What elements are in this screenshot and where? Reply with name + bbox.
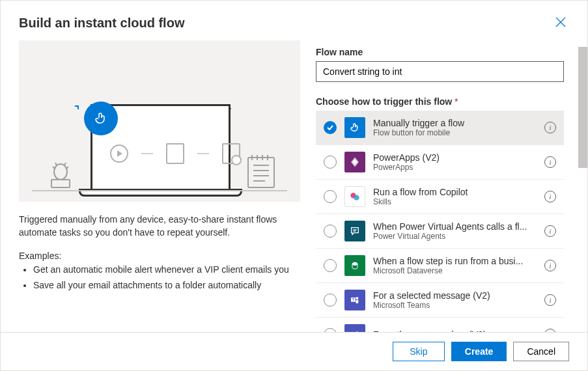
radio-icon [324, 294, 337, 307]
trigger-teams-message[interactable]: T For a selected message (V2)Microsoft T… [316, 282, 564, 317]
trigger-sub: PowerApps [373, 163, 537, 172]
instant-flow-dialog: Build an instant cloud flow [0, 0, 588, 371]
trigger-name: Run a flow from Copilot [373, 187, 537, 197]
dialog-footer: Skip Create Cancel [1, 332, 587, 370]
trigger-teams-compose[interactable]: From the compose box (V2) i [316, 317, 564, 332]
close-button[interactable] [552, 14, 569, 33]
svg-point-25 [356, 331, 358, 332]
examples-label: Examples: [19, 251, 300, 261]
info-icon[interactable]: i [544, 260, 556, 271]
info-icon[interactable]: i [544, 329, 556, 332]
example-item: Get an automatic mobile alert whenever a… [33, 264, 300, 277]
examples-list: Get an automatic mobile alert whenever a… [19, 264, 300, 292]
trigger-sub: Microsoft Dataverse [373, 266, 537, 275]
info-icon[interactable]: i [544, 122, 556, 133]
info-icon[interactable]: i [544, 156, 556, 168]
trigger-name: From the compose box (V2) [373, 329, 537, 332]
trigger-sub: Power Virtual Agents [373, 232, 537, 241]
teams-icon [344, 324, 365, 332]
chat-icon [344, 221, 365, 241]
tap-icon [84, 102, 118, 135]
example-item: Save all your email attachments to a fol… [33, 279, 300, 292]
notepad-icon [245, 152, 277, 190]
dialog-title: Build an instant cloud flow [19, 16, 184, 31]
right-panel: Flow name Choose how to trigger this flo… [316, 40, 569, 332]
teams-icon: T [344, 290, 365, 310]
trigger-powerapps[interactable]: PowerApps (V2)PowerApps i [316, 144, 564, 179]
svg-rect-8 [248, 158, 274, 187]
info-icon[interactable]: i [544, 294, 556, 306]
trigger-list[interactable]: Manually trigger a flowFlow button for m… [316, 111, 564, 332]
description-text: Triggered manually from any device, easy… [19, 213, 300, 239]
svg-point-23 [356, 297, 358, 299]
flow-illustration [19, 40, 300, 202]
scrollbar[interactable] [578, 47, 587, 168]
flow-name-input[interactable] [316, 61, 564, 82]
trigger-name: When a flow step is run from a busi... [373, 256, 537, 266]
cancel-button[interactable]: Cancel [513, 342, 569, 361]
info-icon[interactable]: i [544, 191, 556, 202]
radio-icon [324, 259, 337, 272]
trigger-copilot[interactable]: Run a flow from CopilotSkills i [316, 179, 564, 213]
trigger-name: PowerApps (V2) [373, 152, 537, 163]
radio-icon [324, 328, 337, 332]
radio-icon [324, 156, 337, 169]
trigger-name: Manually trigger a flow [373, 118, 537, 128]
tap-icon [344, 117, 365, 138]
trigger-manual[interactable]: Manually trigger a flowFlow button for m… [316, 111, 564, 144]
create-button[interactable]: Create [451, 342, 507, 361]
left-panel: Triggered manually from any device, easy… [19, 40, 300, 332]
info-icon[interactable]: i [544, 225, 556, 237]
skip-button[interactable]: Skip [393, 342, 445, 361]
flow-name-label: Flow name [316, 47, 564, 57]
trigger-pva[interactable]: When Power Virtual Agents calls a fl...P… [316, 213, 564, 248]
trigger-name: When Power Virtual Agents calls a fl... [373, 221, 537, 232]
trigger-label: Choose how to trigger this flow * [316, 96, 564, 107]
radio-icon [324, 225, 337, 238]
trigger-sub: Skills [373, 197, 537, 206]
svg-point-18 [354, 195, 359, 200]
trigger-name: For a selected message (V2) [373, 290, 537, 301]
copilot-icon [344, 186, 365, 207]
radio-icon [324, 190, 337, 203]
trigger-sub: Flow button for mobile [373, 128, 537, 137]
svg-point-3 [54, 164, 67, 180]
trigger-sub: Microsoft Teams [373, 301, 537, 310]
trigger-dataverse[interactable]: When a flow step is run from a busi...Mi… [316, 248, 564, 282]
close-icon [555, 16, 567, 28]
svg-line-6 [55, 163, 57, 165]
dialog-body: Triggered manually from any device, easy… [1, 40, 587, 332]
svg-line-7 [64, 163, 66, 165]
dataverse-icon [344, 255, 365, 276]
svg-rect-2 [51, 180, 70, 187]
cactus-icon [42, 154, 79, 190]
dialog-header: Build an instant cloud flow [1, 1, 587, 40]
powerapps-icon [344, 152, 365, 172]
radio-selected-icon [324, 121, 337, 134]
